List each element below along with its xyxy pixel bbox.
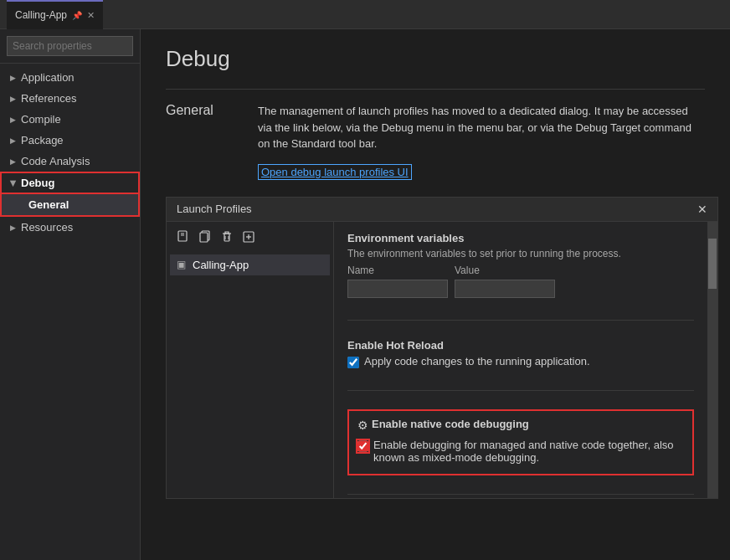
title-bar: Calling-App 📌 ✕ xyxy=(0,0,730,29)
toolbar-btn-copy[interactable] xyxy=(195,229,215,248)
sidebar: ▶ Application ▶ References ▶ Compile ▶ P… xyxy=(0,29,141,560)
sidebar-item-compile[interactable]: ▶ Compile xyxy=(0,109,140,130)
svg-rect-4 xyxy=(200,233,208,242)
editor-tab[interactable]: Calling-App 📌 ✕ xyxy=(7,0,103,29)
chevron-icon: ▶ xyxy=(10,136,16,145)
hot-reload-checkbox-row: Apply code changes to the running applic… xyxy=(347,355,694,368)
dialog-close-button[interactable]: ✕ xyxy=(697,203,707,216)
env-col-name: Name xyxy=(347,265,448,276)
env-vars-title: Environment variables xyxy=(347,232,694,244)
sidebar-item-label: Code Analysis xyxy=(21,155,90,167)
dialog-scrollbar-thumb[interactable] xyxy=(708,239,717,289)
dialog-left-panel: ▣ Calling-App xyxy=(167,222,334,498)
search-input[interactable] xyxy=(7,36,133,56)
env-value-input[interactable] xyxy=(455,280,555,298)
sidebar-item-label: Resources xyxy=(21,221,73,234)
chevron-icon: ▶ xyxy=(10,157,16,166)
profile-app-icon: ▣ xyxy=(177,259,186,270)
content-area: Debug General The management of launch p… xyxy=(141,29,730,560)
chevron-icon: ▶ xyxy=(10,116,16,124)
hot-reload-label: Apply code changes to the running applic… xyxy=(364,355,590,367)
native-debug-title-row: ⚙ Enable native code debugging xyxy=(357,418,684,434)
env-name-input[interactable] xyxy=(347,280,448,298)
native-debug-title: Enable native code debugging xyxy=(372,418,529,430)
sidebar-item-label: Debug xyxy=(21,177,54,189)
env-vars-section: Environment variables The environment va… xyxy=(347,232,694,301)
sidebar-subitem-label: General xyxy=(28,198,69,211)
env-table-headers: Name Value xyxy=(347,265,694,276)
nav-list: ▶ Application ▶ References ▶ Compile ▶ P… xyxy=(0,64,140,241)
native-debug-section: ⚙ Enable native code debugging Enable de… xyxy=(347,409,694,475)
dialog-settings: Environment variables The environment va… xyxy=(347,232,694,498)
sidebar-item-code-analysis[interactable]: ▶ Code Analysis xyxy=(0,151,140,172)
profile-name: Calling-App xyxy=(193,259,249,271)
env-vars-desc: The environment variables to set prior t… xyxy=(347,248,694,259)
divider-1 xyxy=(347,320,694,321)
tab-close-button[interactable]: ✕ xyxy=(87,10,95,21)
dialog-toolbar xyxy=(170,229,330,248)
native-debug-checkbox-row: Enable debugging for managed and native … xyxy=(357,439,684,464)
sidebar-item-references[interactable]: ▶ References xyxy=(0,88,140,109)
page-title: Debug xyxy=(166,46,705,72)
sidebar-subitem-general[interactable]: General xyxy=(0,194,140,217)
dialog-title-bar: Launch Profiles ✕ xyxy=(167,198,717,222)
chevron-icon: ▶ xyxy=(9,180,18,186)
chevron-icon: ▶ xyxy=(10,74,16,82)
env-table-inputs xyxy=(347,280,694,298)
tab-label: Calling-App xyxy=(15,9,67,21)
dialog-title: Launch Profiles xyxy=(177,203,252,215)
env-col-value: Value xyxy=(455,265,555,276)
chevron-icon: ▶ xyxy=(10,223,16,232)
hot-reload-section: Enable Hot Reload Apply code changes to … xyxy=(347,339,694,372)
description-text: The management of launch profiles has mo… xyxy=(258,103,705,152)
toolbar-btn-add[interactable] xyxy=(173,229,193,248)
launch-profiles-dialog: Launch Profiles ✕ xyxy=(166,197,718,499)
sidebar-item-label: Package xyxy=(21,134,64,146)
dialog-body: ▣ Calling-App Environment variables The … xyxy=(167,222,717,498)
main-layout: ▶ Application ▶ References ▶ Compile ▶ P… xyxy=(0,29,730,560)
chevron-icon: ▶ xyxy=(10,95,16,103)
gear-icon: ⚙ xyxy=(357,419,368,432)
dialog-right-panel: Environment variables The environment va… xyxy=(334,222,707,498)
sidebar-item-label: Compile xyxy=(21,113,61,126)
native-debug-checkbox[interactable] xyxy=(357,440,368,452)
hot-reload-checkbox[interactable] xyxy=(347,357,359,368)
profile-item[interactable]: ▣ Calling-App xyxy=(170,254,330,275)
sidebar-item-debug[interactable]: ▶ Debug xyxy=(0,172,140,194)
dialog-scrollbar[interactable] xyxy=(707,222,717,498)
svg-rect-0 xyxy=(178,231,187,241)
hot-reload-title: Enable Hot Reload xyxy=(347,339,694,352)
sidebar-item-label: References xyxy=(21,92,76,105)
toolbar-btn-delete[interactable] xyxy=(217,229,237,248)
sidebar-item-package[interactable]: ▶ Package xyxy=(0,130,140,151)
divider-2 xyxy=(347,390,694,391)
tab-pin-icon: 📌 xyxy=(72,11,82,20)
section-title: General xyxy=(166,103,233,118)
open-debug-profiles-link[interactable]: Open debug launch profiles UI xyxy=(258,164,412,180)
sidebar-item-label: Application xyxy=(21,71,75,84)
native-debug-label: Enable debugging for managed and native … xyxy=(373,439,684,464)
search-box xyxy=(0,29,140,64)
toolbar-btn-rename[interactable] xyxy=(239,229,259,248)
sidebar-item-application[interactable]: ▶ Application xyxy=(0,67,140,88)
divider-3 xyxy=(347,494,694,495)
sidebar-item-resources[interactable]: ▶ Resources xyxy=(0,217,140,238)
